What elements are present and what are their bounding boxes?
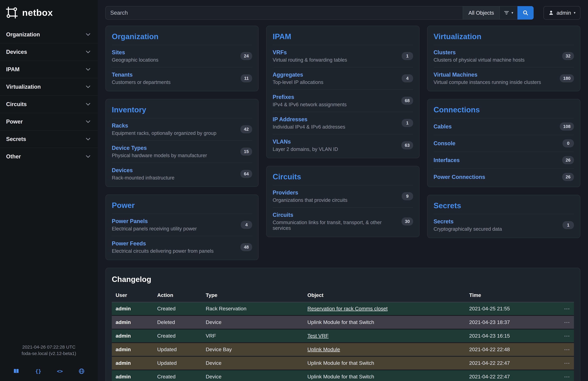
row-actions-icon[interactable]: ⋯ — [546, 356, 574, 370]
item-description: Top-level IP allocations — [273, 80, 323, 85]
cell-action: Created — [153, 329, 202, 343]
count-badge: 1 — [402, 52, 413, 60]
item-link[interactable]: Virtual Machines — [434, 71, 541, 78]
footer-hostname: foda-se.local (v2.12-beta1) — [3, 350, 95, 357]
item-link[interactable]: Interfaces — [434, 157, 460, 163]
api-braces-icon[interactable]: {} — [35, 368, 41, 374]
sidebar-item-circuits[interactable]: Circuits — [0, 95, 98, 113]
changelog-row: admin Updated Device Bay Uplink Module 2… — [112, 343, 574, 356]
sidebar-item-other[interactable]: Other — [0, 148, 98, 165]
sidebar-item-ipam[interactable]: IPAM — [0, 61, 98, 78]
code-icon[interactable]: <> — [57, 368, 63, 374]
item-link[interactable]: Sites — [112, 49, 158, 56]
item-link[interactable]: VLANs — [273, 138, 338, 145]
card-secrets: Secrets Secrets Cryptographically secure… — [427, 195, 580, 238]
count-badge: 9 — [402, 192, 413, 200]
item-text: Device Types Physical hardware models by… — [112, 145, 207, 158]
sidebar-item-label: Other — [6, 153, 21, 160]
item-link[interactable]: Clusters — [434, 49, 525, 56]
card-title: Inventory — [112, 101, 252, 118]
cell-type: Device — [202, 370, 304, 381]
card-body: Power Panels Electrical panels receiving… — [112, 214, 252, 258]
item-text: Power Feeds Electrical circuits deliveri… — [112, 240, 214, 254]
item-link[interactable]: Device Types — [112, 145, 207, 151]
row-actions-icon[interactable]: ⋯ — [546, 302, 574, 315]
item-description: Organizations that provide circuits — [273, 197, 347, 203]
item-text: VLANs Layer 2 domains, by VLAN ID — [273, 138, 338, 152]
object-link[interactable]: Uplink Module — [307, 346, 340, 352]
dashboard-item-console: Console 0 — [434, 135, 574, 152]
item-link[interactable]: Racks — [112, 122, 216, 129]
search-submit-button[interactable] — [517, 6, 534, 20]
sidebar-item-virtualization[interactable]: Virtualization — [0, 78, 98, 95]
dashboard-item-sites: Sites Geographic locations 24 — [112, 45, 252, 67]
search-scope-label: All Objects — [468, 10, 494, 16]
chevron-down-icon — [85, 84, 91, 90]
count-badge: 26 — [562, 173, 574, 181]
sidebar-item-label: Power — [6, 118, 23, 125]
netbox-logo[interactable]: netbox — [0, 0, 98, 26]
item-link[interactable]: VRFs — [273, 49, 347, 56]
changelog-row: admin Created Device Uplink Module for t… — [112, 370, 574, 381]
item-link[interactable]: Devices — [112, 167, 174, 174]
cell-user: admin — [112, 315, 153, 329]
item-link[interactable]: Circuits — [273, 212, 398, 218]
dashboard-column-1: Organization Sites Geographic locations … — [105, 26, 259, 260]
item-description: Equipment racks, optionally organized by… — [112, 130, 216, 136]
count-badge: 68 — [401, 97, 413, 105]
chevron-down-icon — [85, 119, 91, 125]
docs-book-icon[interactable] — [13, 368, 20, 374]
column-header-time: Time — [465, 289, 546, 302]
dashboard-item-prefixes: Prefixes IPv4 & IPv6 network assignments… — [273, 90, 413, 112]
row-actions-icon[interactable]: ⋯ — [546, 370, 574, 381]
count-badge: 108 — [560, 122, 574, 131]
row-actions-icon[interactable]: ⋯ — [546, 343, 574, 356]
dashboard-item-clusters: Clusters Clusters of physical virtual ma… — [434, 45, 574, 67]
sidebar-footer: 2021-04-26 07:22:28 UTC foda-se.local (v… — [0, 339, 98, 381]
dashboard-item-providers: Providers Organizations that provide cir… — [273, 185, 413, 207]
sidebar-item-organization[interactable]: Organization — [0, 26, 98, 43]
card-body: Providers Organizations that provide cir… — [273, 185, 413, 235]
cell-user: admin — [112, 356, 153, 370]
card-power: Power Power Panels Electrical panels rec… — [105, 195, 259, 260]
row-actions-icon[interactable]: ⋯ — [546, 329, 574, 343]
search-input[interactable] — [105, 6, 463, 20]
item-text: Racks Equipment racks, optionally organi… — [112, 122, 216, 136]
item-link[interactable]: Prefixes — [273, 94, 347, 100]
filter-icon — [504, 10, 509, 15]
globe-icon[interactable] — [79, 368, 84, 374]
item-text: Devices Rack-mounted infrastructure — [112, 167, 174, 181]
dashboard-item-power-connections: Power Connections 26 — [434, 168, 574, 185]
cell-type: Device — [202, 315, 304, 329]
sidebar-item-power[interactable]: Power — [0, 113, 98, 130]
item-link[interactable]: Tenants — [112, 71, 171, 78]
search-scope-button[interactable]: All Objects — [463, 6, 499, 20]
item-link[interactable]: Power Panels — [112, 218, 197, 224]
sidebar-item-devices[interactable]: Devices — [0, 43, 98, 61]
item-text: Clusters Clusters of physical virtual ma… — [434, 49, 525, 63]
object-link[interactable]: Reservation for rack Comms closet — [307, 306, 388, 312]
item-link[interactable]: Secrets — [434, 218, 502, 225]
item-link[interactable]: Aggregates — [273, 71, 323, 78]
changelog-row: admin Created VRF Test VRF 2021-04-23 16… — [112, 329, 574, 343]
sidebar-item-secrets[interactable]: Secrets — [0, 130, 98, 148]
item-link[interactable]: IP Addresses — [273, 116, 345, 123]
item-text: Circuits Communication links for transit… — [273, 212, 398, 231]
item-link[interactable]: Console — [434, 140, 455, 147]
row-actions-icon[interactable]: ⋯ — [546, 315, 574, 329]
item-description: Physical hardware models by manufacturer — [112, 153, 207, 158]
card-title: Power — [112, 196, 252, 214]
object-link[interactable]: Test VRF — [307, 333, 329, 339]
item-link[interactable]: Power Connections — [434, 174, 485, 180]
count-badge: 180 — [560, 74, 574, 82]
item-text: VRFs Virtual routing & forwarding tables — [273, 49, 347, 63]
item-link[interactable]: Providers — [273, 189, 347, 196]
filter-dropdown-button[interactable]: ▾ — [499, 6, 517, 20]
main-area: All Objects ▾ admin ▾ Organization Sites… — [98, 0, 588, 381]
chevron-down-icon — [85, 136, 91, 142]
changelog-card: Changelog UserActionTypeObjectTime admin… — [105, 268, 580, 381]
item-link[interactable]: Cables — [434, 123, 452, 130]
dashboard-item-devices: Devices Rack-mounted infrastructure 64 — [112, 163, 252, 185]
user-menu-button[interactable]: admin ▾ — [544, 6, 580, 20]
item-link[interactable]: Power Feeds — [112, 240, 214, 247]
